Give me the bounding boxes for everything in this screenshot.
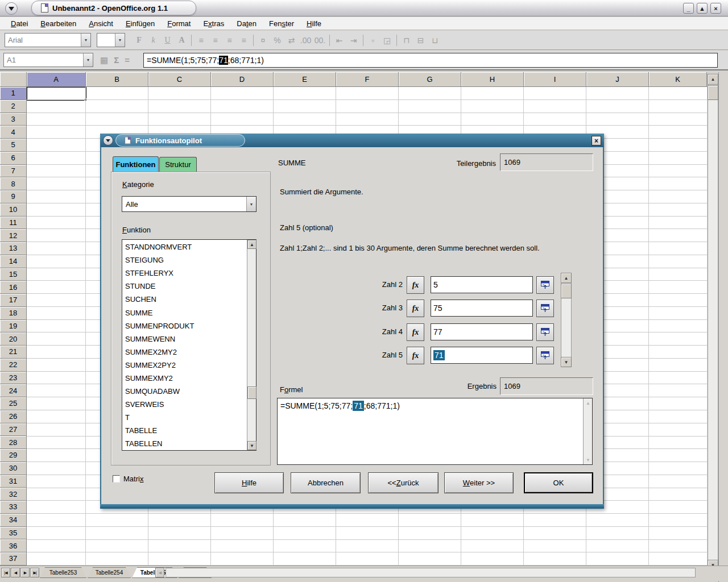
row-header-34[interactable]: 34	[0, 514, 27, 527]
column-header-h[interactable]: H	[461, 72, 524, 87]
row-header-5[interactable]: 5	[0, 139, 27, 152]
add-decimal-icon[interactable]: .00	[299, 34, 313, 47]
row-header-17[interactable]: 17	[0, 294, 27, 307]
column-header-k[interactable]: K	[649, 72, 707, 87]
sheet-tab-tabelle254[interactable]: Tabelle254	[88, 567, 131, 578]
minimize-button[interactable]: _	[683, 3, 694, 14]
increase-indent-icon[interactable]: ⇥	[346, 34, 361, 47]
cell-reference-box[interactable]: A1 ▼	[3, 53, 93, 67]
row-header-24[interactable]: 24	[0, 384, 27, 397]
row-header-21[interactable]: 21	[0, 346, 27, 359]
function-item-tabelle[interactable]: TABELLE	[123, 424, 246, 437]
column-header-j[interactable]: J	[586, 72, 649, 87]
column-header-i[interactable]: I	[524, 72, 586, 87]
arg-input-4[interactable]: 77	[431, 323, 533, 340]
function-item-steigung[interactable]: STEIGUNG	[123, 253, 246, 267]
first-sheet-icon[interactable]: |◀	[1, 568, 10, 577]
row-header-2[interactable]: 2	[0, 100, 27, 113]
scrollbar-thumb[interactable]	[561, 284, 572, 298]
category-combo[interactable]: Alle ▼	[122, 196, 257, 212]
menu-ansicht[interactable]: Ansicht	[82, 18, 119, 29]
font-name-combo[interactable]: Arial ▼	[5, 33, 91, 47]
function-button[interactable]: fx	[407, 300, 424, 317]
equals-icon[interactable]: =	[125, 55, 130, 65]
column-header-d[interactable]: D	[211, 72, 274, 87]
function-autopilot-icon[interactable]: ▦	[100, 55, 108, 65]
chevron-down-icon[interactable]: ▼	[115, 34, 125, 47]
row-header-14[interactable]: 14	[0, 255, 27, 268]
function-item-sumquadabw[interactable]: SUMQUADABW	[123, 385, 246, 398]
row-header-33[interactable]: 33	[0, 501, 27, 514]
chevron-down-icon[interactable]: ▼	[246, 197, 256, 211]
function-item-summenprodukt[interactable]: SUMMENPRODUKT	[123, 319, 246, 332]
row-header-35[interactable]: 35	[0, 527, 27, 540]
currency-format-icon[interactable]: ¤	[256, 34, 270, 47]
formula-scrollbar[interactable]: ▲ ▼	[583, 398, 592, 464]
chevron-down-icon[interactable]: ▼	[81, 34, 90, 47]
percent-format-icon[interactable]: %	[270, 34, 284, 47]
function-item-standnormvert[interactable]: STANDNORMVERT	[123, 240, 246, 253]
function-item-summewenn[interactable]: SUMMEWENN	[123, 332, 246, 346]
last-sheet-icon[interactable]: ▶|	[30, 568, 39, 577]
function-item-tabellen[interactable]: TABELLEN	[123, 437, 246, 450]
menu-extras[interactable]: Extras	[197, 18, 230, 29]
menu-fenster[interactable]: Fenster	[263, 18, 300, 29]
column-header-e[interactable]: E	[274, 72, 336, 87]
column-header-b[interactable]: B	[86, 72, 148, 87]
argument-scrollbar[interactable]: ▲ ▼	[561, 273, 572, 367]
row-header-16[interactable]: 16	[0, 281, 27, 294]
shrink-button[interactable]	[536, 323, 554, 341]
row-header-26[interactable]: 26	[0, 410, 27, 423]
column-header-c[interactable]: C	[148, 72, 211, 87]
zurück-button[interactable]: << Zurück	[368, 472, 439, 493]
horizontal-scrollbar[interactable]	[166, 568, 696, 577]
sum-icon[interactable]: Σ	[114, 55, 119, 65]
row-header-27[interactable]: 27	[0, 423, 27, 436]
chevron-down-icon[interactable]: ▼	[83, 53, 93, 66]
row-header-19[interactable]: 19	[0, 320, 27, 333]
function-item-t[interactable]: T	[123, 411, 246, 424]
function-item-summex2py2[interactable]: SUMMEX2PY2	[123, 359, 246, 372]
align-center-vert-icon[interactable]: ⊟	[413, 34, 428, 47]
weiter-button[interactable]: Weiter >>	[444, 472, 514, 493]
function-list-scrollbar[interactable]: ▲ ▼	[247, 240, 256, 450]
row-header-36[interactable]: 36	[0, 539, 27, 552]
row-header-6[interactable]: 6	[0, 152, 27, 165]
row-header-29[interactable]: 29	[0, 449, 27, 462]
arg-input-3[interactable]: 75	[431, 300, 533, 317]
function-item-summex2my2[interactable]: SUMMEX2MY2	[123, 346, 246, 359]
align-bottom-icon[interactable]: ⊔	[428, 34, 442, 47]
scroll-up-icon[interactable]: ▲	[708, 74, 718, 85]
row-header-30[interactable]: 30	[0, 462, 27, 475]
matrix-checkbox[interactable]	[113, 475, 120, 483]
row-header-22[interactable]: 22	[0, 359, 27, 372]
menu-datei[interactable]: Datei	[5, 18, 34, 29]
row-header-28[interactable]: 28	[0, 436, 27, 449]
row-header-4[interactable]: 4	[0, 126, 27, 139]
function-item-sverweis[interactable]: SVERWEIS	[123, 398, 246, 411]
row-header-3[interactable]: 3	[0, 113, 27, 126]
italic-icon[interactable]: k	[146, 34, 160, 47]
select-all-corner[interactable]	[0, 72, 27, 87]
shrink-button[interactable]	[536, 276, 554, 294]
menu-format[interactable]: Format	[161, 18, 197, 29]
row-header-1[interactable]: 1	[0, 87, 27, 100]
column-header-g[interactable]: G	[399, 72, 461, 87]
hilfe-button[interactable]: Hilfe	[214, 472, 284, 493]
function-item-stfehleryx[interactable]: STFEHLERYX	[123, 267, 246, 280]
font-size-combo[interactable]: ▼	[97, 33, 125, 47]
ok-button[interactable]: OK	[524, 472, 593, 493]
scroll-down-icon[interactable]: ▼	[247, 441, 257, 450]
window-menu-button[interactable]	[5, 2, 18, 15]
scroll-up-icon[interactable]: ▲	[247, 240, 257, 249]
row-header-20[interactable]: 20	[0, 332, 27, 346]
function-button[interactable]: fx	[407, 347, 424, 364]
dialog-close-button[interactable]: ×	[592, 136, 601, 146]
shrink-button[interactable]	[536, 347, 554, 364]
align-justify-icon[interactable]: ≡	[237, 34, 251, 47]
scroll-up-icon[interactable]: ▲	[561, 273, 572, 283]
dialog-titlebar[interactable]: Funktionsautopilot ×	[100, 134, 604, 147]
align-center-icon[interactable]: ≡	[208, 34, 222, 47]
row-header-15[interactable]: 15	[0, 268, 27, 281]
sheet-tab-tabelle253[interactable]: Tabelle253	[40, 567, 86, 578]
